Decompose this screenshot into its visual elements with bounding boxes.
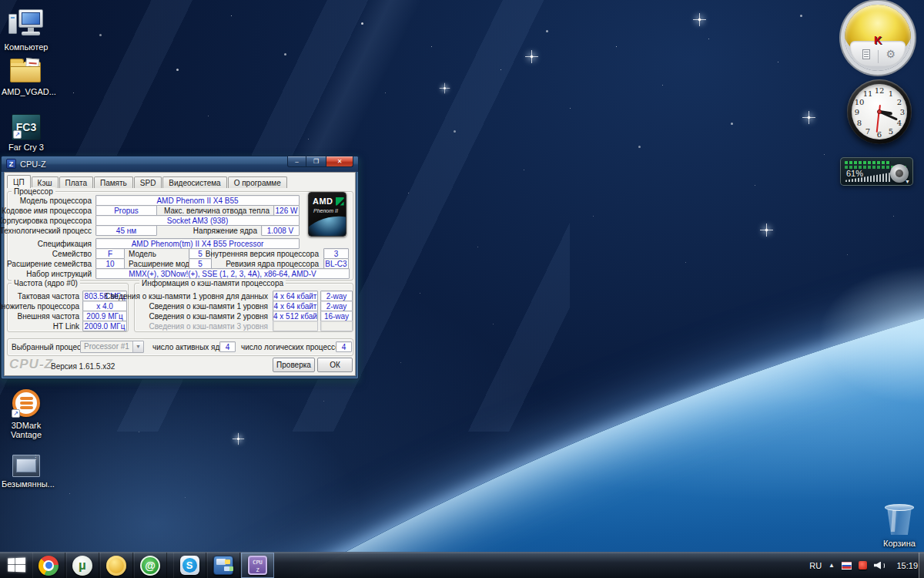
- field-label: Тактовая частота: [18, 292, 79, 301]
- gear-icon[interactable]: ⚙: [886, 48, 896, 60]
- groupbox-legend: Информация о кэш-памяти процессора: [139, 279, 286, 287]
- kaspersky-gadget[interactable]: K ⚙: [845, 5, 911, 71]
- field-label: Спецификация: [38, 240, 92, 249]
- taskbar-item-utorrent[interactable]: µ: [66, 553, 99, 578]
- chevron-down-icon: ▼: [132, 341, 143, 352]
- l1-data-size-field: 4 x 64 кбайт: [273, 291, 318, 301]
- tab-about[interactable]: О программе: [228, 176, 287, 188]
- field-label: Набор инструкций: [26, 270, 92, 279]
- chevron-down-icon[interactable]: ▼: [905, 179, 910, 184]
- taskbar: µ @ S CPU Z RU ▲ 15:19: [0, 552, 924, 578]
- revision-field: BL-C3: [323, 258, 349, 269]
- taskbar-item-cpuz[interactable]: CPU Z: [241, 553, 274, 578]
- equalizer-bar: [845, 161, 891, 164]
- field-label: число активных ядер: [152, 343, 228, 352]
- display-tool-icon: [213, 556, 233, 575]
- kaspersky-logo: K: [874, 34, 882, 46]
- starfield: [0, 0, 1, 1]
- tab-mainboard[interactable]: Плата: [59, 176, 93, 188]
- field-label: Корпусировка процессора: [0, 217, 92, 226]
- desktop: Компьютер AMD_VGAD... FC3 ↗ Far Cry 3 ↗ …: [0, 0, 924, 578]
- field-label: Сведения о кэш-памяти 1 уровня: [149, 302, 268, 311]
- tab-cache[interactable]: Кэш: [32, 176, 59, 188]
- ht-link-field: 2009.0 МГц: [82, 321, 127, 331]
- chevron-up-icon[interactable]: ▲: [829, 562, 835, 569]
- taskbar-item-chrome[interactable]: [32, 553, 65, 578]
- show-desktop-button[interactable]: [919, 553, 924, 578]
- tdp-field: 126 W: [273, 205, 300, 216]
- tab-spd[interactable]: SPD: [134, 176, 162, 188]
- l2-size-field: 4 x 512 кбайт: [273, 311, 318, 321]
- computer-icon: [7, 6, 45, 40]
- bright-star: [444, 87, 447, 90]
- ext-family-field: 10: [95, 258, 125, 269]
- volume-icon[interactable]: [874, 561, 885, 570]
- minimize-button[interactable]: –: [287, 156, 306, 167]
- field-label: HT Link: [53, 322, 79, 331]
- ext-model-field: 5: [189, 258, 212, 269]
- voltage-field: 1.008 V: [261, 225, 300, 236]
- bus-speed-field: 200.9 МГц: [82, 311, 127, 321]
- desktop-icon-amd-folder[interactable]: AMD_VGAD...: [2, 57, 51, 96]
- codename-field: Propus: [95, 205, 157, 216]
- spec-field: AMD Phenom(tm) II X4 B55 Processor: [95, 238, 300, 249]
- tab-cpu[interactable]: ЦП: [7, 175, 31, 188]
- l3-size-field: [273, 321, 318, 331]
- 3dmark-icon: ↗: [11, 389, 42, 418]
- volume-gadget[interactable]: 61% ▼: [840, 157, 913, 186]
- clock-gadget[interactable]: 12 1 2 3 4 5 6 7 8 9 10 11: [847, 79, 912, 144]
- clock-time[interactable]: 15:19: [892, 561, 918, 570]
- shortcut-arrow-icon: ↗: [12, 409, 20, 418]
- shortcut-arrow-icon: ↗: [13, 130, 22, 139]
- desktop-icon-3dmark[interactable]: ↗ 3DMark Vantage: [2, 389, 51, 439]
- tab-memory[interactable]: Память: [94, 176, 133, 188]
- volume-percent: 61%: [846, 169, 863, 178]
- bright-star: [236, 437, 240, 441]
- skype-icon: S: [180, 556, 199, 575]
- recycle-bin-icon: [882, 501, 916, 536]
- family-field: F: [95, 248, 125, 259]
- taskbar-item-gold-app[interactable]: [100, 553, 133, 578]
- kaspersky-panel: K ⚙: [850, 41, 906, 66]
- desktop-icon-recycle-bin[interactable]: Корзина: [875, 501, 924, 548]
- clock-face: 12 1 2 3 4 5 6 7 8 9 10 11: [852, 84, 907, 139]
- chrome-icon: [38, 556, 59, 576]
- validate-button[interactable]: Проверка: [273, 358, 315, 372]
- amd-arrow-icon: [336, 197, 344, 206]
- tab-graphics[interactable]: Видеосистема: [162, 176, 226, 188]
- threads-field: 4: [336, 341, 352, 352]
- system-tray: RU ▲ 15:19: [809, 553, 918, 578]
- field-label: Внешняя частота: [17, 312, 79, 321]
- cpuz-app-icon: Z: [6, 159, 16, 169]
- flag-icon[interactable]: [842, 562, 852, 570]
- ok-button[interactable]: ОК: [317, 358, 353, 372]
- folder-icon: [8, 57, 44, 85]
- start-button[interactable]: [0, 553, 32, 578]
- field-label: Модель: [129, 250, 156, 259]
- bright-star: [530, 55, 534, 59]
- report-icon[interactable]: [862, 49, 870, 59]
- taskbar-item-display-tool[interactable]: [207, 553, 240, 578]
- desktop-icon-farcry3[interactable]: FC3 ↗ Far Cry 3: [2, 114, 51, 152]
- tab-strip: ЦП Кэш Плата Память SPD Видеосистема О п…: [7, 175, 288, 188]
- process-field: 45 нм: [95, 225, 157, 236]
- desktop-icon-computer[interactable]: Компьютер: [2, 6, 51, 52]
- maximize-button[interactable]: ❐: [306, 156, 326, 167]
- farcry3-icon: FC3 ↗: [12, 114, 41, 140]
- window-title: CPU-Z: [20, 160, 46, 169]
- taskbar-item-skype[interactable]: S: [173, 553, 206, 578]
- field-label: Сведения о кэш-памяти 3 уровня: [149, 322, 268, 331]
- taskbar-item-mailru[interactable]: @: [134, 553, 167, 578]
- field-label: Кодовое имя процессора: [2, 207, 92, 216]
- processor-select-value: Processor #1: [84, 342, 129, 351]
- language-indicator[interactable]: RU: [809, 561, 822, 570]
- groupbox-legend: Частота (ядро #0): [12, 279, 80, 287]
- l3-assoc-field: [320, 321, 353, 331]
- processor-select[interactable]: Processor #1 ▼: [80, 341, 144, 353]
- cpuz-icon: CPU Z: [248, 556, 267, 575]
- desktop-icon-untitled[interactable]: Безымянны...: [2, 455, 51, 489]
- close-button[interactable]: ✕: [326, 156, 353, 167]
- kaspersky-tray-icon[interactable]: [859, 561, 867, 570]
- desktop-icon-label: 3DMark Vantage: [5, 421, 48, 439]
- bright-star: [698, 18, 701, 22]
